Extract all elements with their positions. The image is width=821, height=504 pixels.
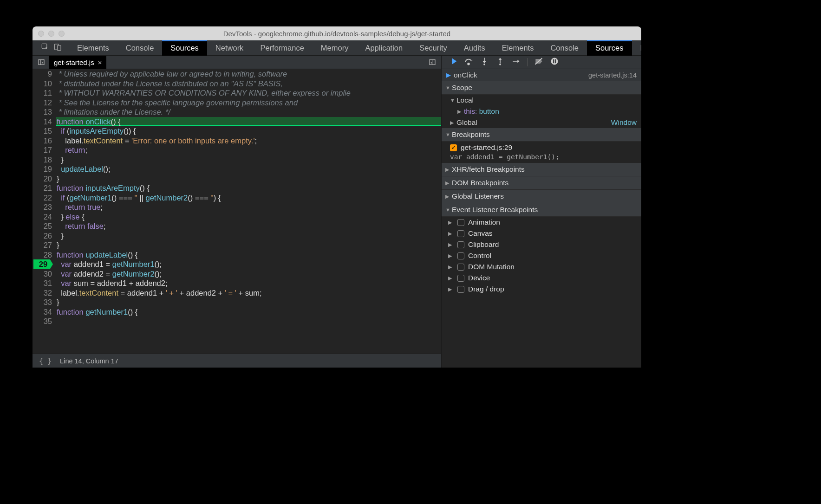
step-icon[interactable] bbox=[511, 57, 521, 68]
pretty-print-icon[interactable]: { } bbox=[39, 357, 52, 365]
file-tabs: get-started.js × bbox=[33, 56, 441, 69]
svg-point-6 bbox=[483, 64, 485, 65]
show-navigator-icon[interactable] bbox=[35, 56, 47, 68]
tab-security[interactable]: Security bbox=[411, 40, 456, 56]
callstack-location: get-started.js:14 bbox=[588, 71, 637, 79]
device-toggle-icon[interactable] bbox=[54, 43, 62, 53]
step-over-icon[interactable] bbox=[464, 57, 473, 68]
svg-rect-9 bbox=[553, 59, 554, 63]
breakpoints-section[interactable]: ▼Breakpoints bbox=[442, 128, 641, 142]
checkbox-icon[interactable] bbox=[457, 286, 464, 293]
tab-performance[interactable]: Performance bbox=[252, 40, 312, 56]
svg-point-8 bbox=[551, 58, 558, 65]
scope-this[interactable]: ▶this: button bbox=[442, 106, 641, 117]
tab-console[interactable]: Console bbox=[117, 40, 163, 56]
checkbox-icon[interactable] bbox=[457, 264, 464, 271]
resume-icon[interactable] bbox=[448, 57, 457, 68]
checkbox-icon[interactable] bbox=[457, 241, 464, 248]
close-window-button[interactable] bbox=[38, 31, 44, 37]
event-category-drag-drop[interactable]: ▶Drag / drop bbox=[442, 284, 641, 295]
file-tab-get-started[interactable]: get-started.js × bbox=[49, 56, 106, 69]
svg-rect-4 bbox=[430, 60, 435, 65]
main-tabs: ElementsConsoleSourcesNetworkPerformance… bbox=[33, 40, 641, 56]
close-icon[interactable]: × bbox=[98, 58, 102, 66]
tab-audits[interactable]: Audits bbox=[456, 40, 494, 56]
callstack-frame[interactable]: ▶ onClick get-started.js:14 bbox=[442, 69, 641, 81]
inspect-icon[interactable] bbox=[41, 43, 49, 53]
svg-point-5 bbox=[468, 63, 469, 65]
pause-exceptions-icon[interactable] bbox=[550, 57, 559, 68]
breakpoint-item[interactable]: ✓ get-started.js:29 bbox=[442, 142, 641, 153]
tab-network[interactable]: Network bbox=[207, 40, 252, 56]
tab-memory[interactable]: Memory bbox=[313, 40, 357, 56]
event-category-clipboard[interactable]: ▶Clipboard bbox=[442, 239, 641, 250]
code-editor[interactable]: 9101112131415161718192021222324252627282… bbox=[33, 69, 441, 354]
line-gutter[interactable]: 9101112131415161718192021222324252627282… bbox=[33, 69, 56, 354]
checkbox-icon[interactable] bbox=[457, 252, 464, 259]
statusbar: { } Line 14, Column 17 bbox=[33, 354, 441, 368]
svg-rect-3 bbox=[39, 60, 44, 65]
scope-local[interactable]: ▼Local bbox=[442, 95, 641, 106]
cursor-position: Line 14, Column 17 bbox=[60, 357, 118, 365]
tab-sources[interactable]: Sources bbox=[587, 40, 632, 56]
titlebar: DevTools - googlechrome.github.io/devtoo… bbox=[33, 26, 641, 40]
code-area[interactable]: * Unless required by applicable law or a… bbox=[56, 69, 441, 354]
minimize-window-button[interactable] bbox=[48, 31, 54, 37]
tab-sources[interactable]: Sources bbox=[162, 40, 207, 56]
debug-sidebar: ▶ onClick get-started.js:14 ▼Scope ▼Loca… bbox=[442, 56, 641, 368]
tab-console[interactable]: Console bbox=[542, 40, 587, 56]
scope-section[interactable]: ▼Scope bbox=[442, 81, 641, 95]
tab-application[interactable]: Application bbox=[357, 40, 411, 56]
global-listeners-section[interactable]: ▶Global Listeners bbox=[442, 190, 641, 203]
event-category-control[interactable]: ▶Control bbox=[442, 250, 641, 261]
window-controls bbox=[38, 31, 65, 37]
breakpoint-location: get-started.js:29 bbox=[461, 143, 512, 152]
deactivate-breakpoints-icon[interactable] bbox=[534, 57, 543, 68]
tab-network[interactable]: Network bbox=[632, 40, 642, 56]
event-category-dom-mutation[interactable]: ▶DOM Mutation bbox=[442, 261, 641, 272]
window-title: DevTools - googlechrome.github.io/devtoo… bbox=[33, 30, 641, 38]
svg-point-7 bbox=[499, 64, 501, 65]
step-out-icon[interactable] bbox=[495, 57, 505, 68]
dom-breakpoints-section[interactable]: ▶DOM Breakpoints bbox=[442, 176, 641, 190]
current-frame-icon: ▶ bbox=[446, 71, 451, 78]
xhr-breakpoints-section[interactable]: ▶XHR/fetch Breakpoints bbox=[442, 163, 641, 176]
scope-global[interactable]: ▶GlobalWindow bbox=[442, 117, 641, 128]
svg-rect-10 bbox=[555, 59, 556, 63]
breakpoint-checkbox[interactable]: ✓ bbox=[450, 144, 457, 151]
breakpoint-preview: var addend1 = getNumber1(); bbox=[442, 153, 641, 163]
event-category-device[interactable]: ▶Device bbox=[442, 272, 641, 284]
debug-toolbar bbox=[442, 56, 641, 69]
tab-elements[interactable]: Elements bbox=[69, 40, 117, 56]
devtools-window: DevTools - googlechrome.github.io/devtoo… bbox=[33, 26, 641, 368]
file-tab-label: get-started.js bbox=[54, 58, 94, 66]
callstack-fn: onClick bbox=[454, 71, 477, 79]
checkbox-icon[interactable] bbox=[457, 275, 464, 282]
toggle-sidebar-icon[interactable] bbox=[426, 56, 438, 68]
event-category-canvas[interactable]: ▶Canvas bbox=[442, 228, 641, 239]
svg-rect-2 bbox=[58, 45, 61, 51]
step-into-icon[interactable] bbox=[480, 57, 489, 68]
workspace: get-started.js × 91011121314151617181920… bbox=[33, 56, 641, 368]
event-listener-section[interactable]: ▼Event Listener Breakpoints bbox=[442, 203, 641, 217]
tab-elements[interactable]: Elements bbox=[494, 40, 542, 56]
zoom-window-button[interactable] bbox=[59, 31, 65, 37]
event-category-animation[interactable]: ▶Animation bbox=[442, 217, 641, 228]
checkbox-icon[interactable] bbox=[457, 219, 464, 226]
checkbox-icon[interactable] bbox=[457, 230, 464, 237]
editor-pane: get-started.js × 91011121314151617181920… bbox=[33, 56, 442, 368]
